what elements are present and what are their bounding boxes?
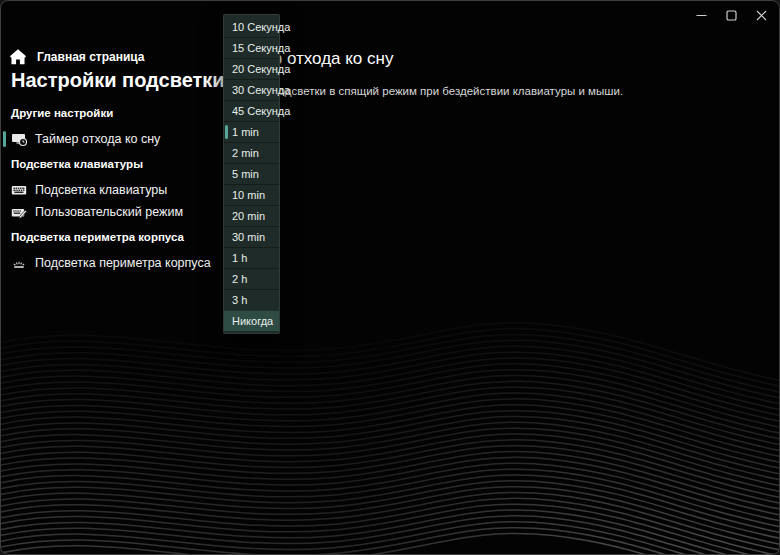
- sidebar-nav: Другие настройкиТаймер отхода ко снуПодс…: [1, 99, 223, 274]
- app-window: Главная страница Настройки подсветки Дру…: [0, 0, 780, 555]
- dropdown-item[interactable]: 45 Секунда: [224, 100, 279, 121]
- close-icon[interactable]: [747, 5, 775, 25]
- sidebar-item[interactable]: Таймер отхода ко сну: [1, 128, 223, 150]
- dropdown-item[interactable]: 2 min: [224, 142, 279, 163]
- sidebar-item-label: Таймер отхода ко сну: [35, 132, 160, 146]
- sidebar-item-label: Пользовательский режим: [35, 205, 183, 219]
- home-label: Главная страница: [37, 50, 145, 64]
- dropdown-item[interactable]: 3 h: [224, 289, 279, 310]
- dropdown-item[interactable]: 15 Секунда: [224, 37, 279, 58]
- sidebar-item[interactable]: Пользовательский режим: [1, 201, 223, 223]
- sidebar-item-label: Подсветка клавиатуры: [35, 183, 167, 197]
- perimeter-light-icon: [11, 255, 27, 271]
- dropdown-item[interactable]: 10 Секунда: [224, 17, 279, 37]
- dropdown-item[interactable]: 10 min: [224, 184, 279, 205]
- sidebar-item-home[interactable]: Главная страница: [9, 45, 145, 69]
- sidebar-item[interactable]: Подсветка клавиатуры: [1, 179, 223, 201]
- keyboard-icon: [11, 182, 27, 198]
- maximize-icon[interactable]: [717, 5, 745, 25]
- sidebar: Главная страница Настройки подсветки Дру…: [1, 1, 223, 554]
- home-icon: [9, 48, 27, 66]
- dropdown-item[interactable]: 30 Секунда: [224, 79, 279, 100]
- sidebar-item-label: Подсветка периметра корпуса: [35, 256, 211, 270]
- minimize-icon[interactable]: [687, 5, 715, 25]
- titlebar-controls: [687, 5, 775, 25]
- keyboard-edit-icon: [11, 204, 27, 220]
- page-title: Настройки подсветки: [11, 69, 225, 92]
- dropdown-item[interactable]: 5 min: [224, 163, 279, 184]
- dropdown-item[interactable]: 20 min: [224, 205, 279, 226]
- dropdown-item[interactable]: 1 h: [224, 247, 279, 268]
- dropdown-item[interactable]: Никогда: [224, 310, 279, 331]
- sidebar-item[interactable]: Подсветка периметра корпуса: [1, 252, 223, 274]
- section-heading: Подсветка периметра корпуса: [11, 231, 223, 244]
- dropdown-item[interactable]: 30 min: [224, 226, 279, 247]
- section-heading: Другие настройки: [11, 107, 223, 120]
- section-heading: Подсветка клавиатуры: [11, 158, 223, 171]
- dropdown-item[interactable]: 2 h: [224, 268, 279, 289]
- dropdown-item[interactable]: 20 Секунда: [224, 58, 279, 79]
- monitor-sleep-timer-icon: [11, 131, 27, 147]
- sleep-timer-dropdown: 10 Секунда15 Секунда20 Секунда30 Секунда…: [223, 14, 280, 334]
- dropdown-item[interactable]: 1 min: [224, 121, 279, 142]
